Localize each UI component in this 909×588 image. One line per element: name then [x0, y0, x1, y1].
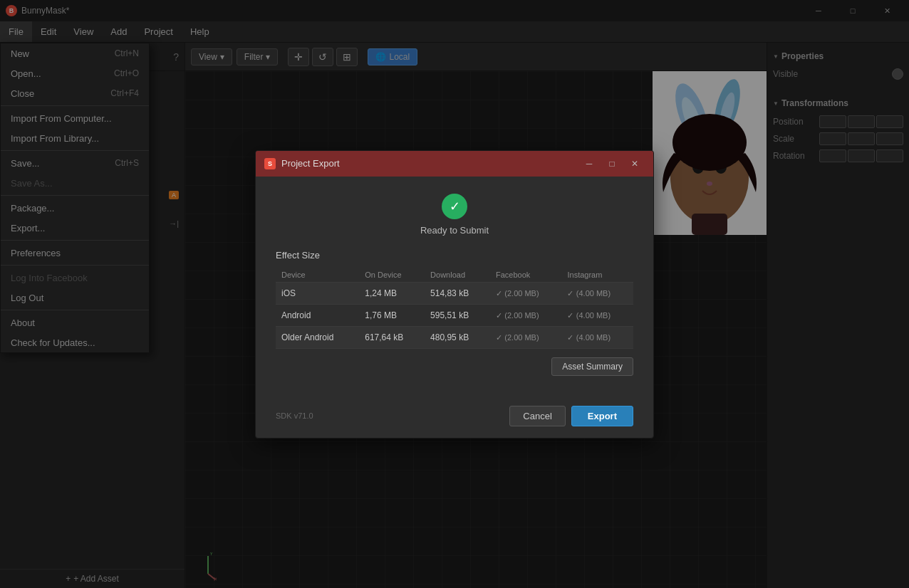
cell-device-older-android: Older Android: [276, 326, 359, 348]
facebook-check-ios: ✓: [496, 289, 502, 298]
modal-logo: S: [264, 158, 276, 169]
ready-text: Ready to Submit: [420, 225, 489, 236]
table-row: iOS 1,24 MB 514,83 kB ✓ (2.00 MB) ✓ (4.0…: [276, 282, 633, 304]
cell-ondevice-android: 1,76 MB: [359, 304, 425, 326]
asset-summary-row: Asset Summary: [276, 357, 633, 376]
modal-overlay: S Project Export ─ □ ✕ ✓ Ready to Submit…: [0, 0, 909, 588]
modal-footer: SDK v71.0 Cancel Export: [256, 399, 653, 438]
cell-facebook-android: ✓ (2.00 MB): [490, 304, 562, 326]
cell-facebook-ios: ✓ (2.00 MB): [490, 282, 562, 304]
cell-instagram-ios: ✓ (4.00 MB): [561, 282, 633, 304]
cell-download-older-android: 480,95 kB: [425, 326, 490, 348]
col-on-device: On Device: [359, 268, 425, 283]
footer-buttons: Cancel Export: [509, 406, 633, 426]
asset-summary-button[interactable]: Asset Summary: [551, 357, 633, 376]
instagram-limit-ios: (4.00 MB): [576, 289, 611, 298]
modal-maximize-button[interactable]: □: [602, 156, 622, 172]
ready-section: ✓ Ready to Submit: [276, 194, 633, 236]
instagram-limit-android: (4.00 MB): [576, 311, 611, 320]
instagram-check-older-android: ✓: [567, 333, 573, 342]
col-device: Device: [276, 268, 359, 283]
facebook-limit-older-android: (2.00 MB): [504, 333, 539, 342]
col-download: Download: [425, 268, 490, 283]
facebook-check-older-android: ✓: [496, 333, 502, 342]
check-icon: ✓: [442, 194, 467, 219]
sdk-label: SDK v71.0: [276, 411, 313, 420]
instagram-limit-older-android: (4.00 MB): [576, 333, 611, 342]
table-row: Android 1,76 MB 595,51 kB ✓ (2.00 MB) ✓ …: [276, 304, 633, 326]
modal-minimize-button[interactable]: ─: [579, 156, 599, 172]
cell-download-android: 595,51 kB: [425, 304, 490, 326]
cancel-button[interactable]: Cancel: [509, 406, 565, 426]
instagram-check-android: ✓: [567, 311, 573, 320]
export-button[interactable]: Export: [571, 406, 633, 426]
cell-facebook-older-android: ✓ (2.00 MB): [490, 326, 562, 348]
modal-close-button[interactable]: ✕: [625, 156, 645, 172]
modal-titlebar: S Project Export ─ □ ✕: [256, 151, 653, 177]
effect-size-label: Effect Size: [276, 250, 633, 261]
modal-body: ✓ Ready to Submit Effect Size Device On …: [256, 177, 653, 399]
table-row: Older Android 617,64 kB 480,95 kB ✓ (2.0…: [276, 326, 633, 348]
cell-ondevice-older-android: 617,64 kB: [359, 326, 425, 348]
effect-size-table: Device On Device Download Facebook Insta…: [276, 268, 633, 349]
cell-instagram-android: ✓ (4.00 MB): [561, 304, 633, 326]
facebook-check-android: ✓: [496, 311, 502, 320]
instagram-check-ios: ✓: [567, 289, 573, 298]
col-instagram: Instagram: [561, 268, 633, 283]
cell-device-android: Android: [276, 304, 359, 326]
modal-controls: ─ □ ✕: [579, 156, 645, 172]
facebook-limit-android: (2.00 MB): [504, 311, 539, 320]
col-facebook: Facebook: [490, 268, 562, 283]
modal-title: Project Export: [281, 158, 573, 169]
facebook-limit-ios: (2.00 MB): [504, 289, 539, 298]
cell-download-ios: 514,83 kB: [425, 282, 490, 304]
cell-ondevice-ios: 1,24 MB: [359, 282, 425, 304]
cell-device-ios: iOS: [276, 282, 359, 304]
cell-instagram-older-android: ✓ (4.00 MB): [561, 326, 633, 348]
project-export-modal: S Project Export ─ □ ✕ ✓ Ready to Submit…: [255, 150, 654, 439]
